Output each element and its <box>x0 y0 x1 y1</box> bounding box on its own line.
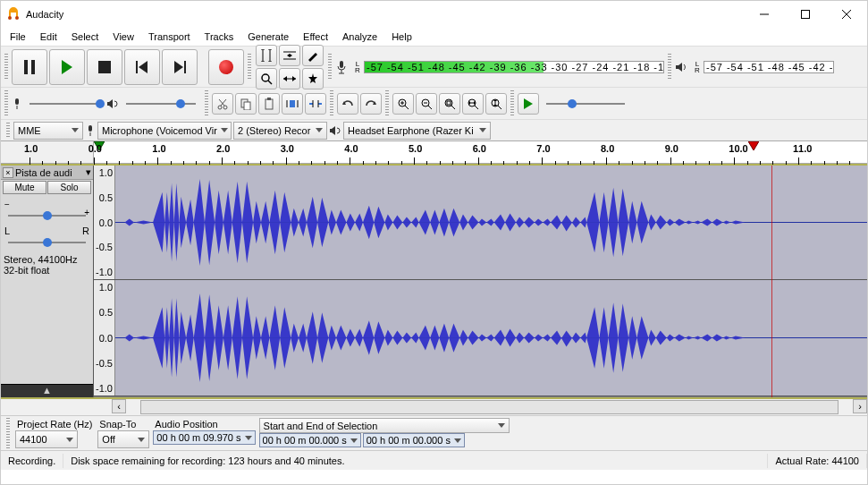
menu-generate[interactable]: Generate <box>240 30 296 44</box>
recording-device-combo[interactable]: Microphone (Voicemod Vir <box>97 122 232 140</box>
selection-end-field[interactable]: 00 h 00 m 00.000 s <box>363 433 465 447</box>
grip-icon[interactable] <box>205 90 208 117</box>
svg-point-1 <box>15 16 19 20</box>
recording-volume-slider[interactable] <box>24 98 105 110</box>
skip-end-button[interactable] <box>162 49 198 85</box>
track-close-button[interactable]: × <box>3 167 13 178</box>
undo-button[interactable] <box>337 93 358 115</box>
minimize-button[interactable] <box>744 1 785 28</box>
titlebar-left: Audacity <box>6 7 63 21</box>
redo-button[interactable] <box>360 93 382 115</box>
waveform-right-channel[interactable]: 1.0 0.5 0.0 -0.5 -1.0 <box>94 280 867 396</box>
grip-icon[interactable] <box>4 90 8 117</box>
menu-edit[interactable]: Edit <box>33 30 64 44</box>
multi-tool[interactable] <box>302 68 324 89</box>
menu-tracks[interactable]: Tracks <box>198 30 241 44</box>
trim-button[interactable] <box>282 93 303 115</box>
selection-start-field[interactable]: 00 h 00 m 00.000 s <box>259 433 361 447</box>
stop-button[interactable] <box>87 49 122 85</box>
draw-tool[interactable] <box>302 45 324 66</box>
fit-selection-button[interactable] <box>439 93 460 115</box>
svg-rect-13 <box>184 61 186 73</box>
mic-icon <box>12 98 22 110</box>
track-format-label: Stereo, 44100Hz <box>4 254 90 265</box>
titlebar: Audacity <box>1 1 867 28</box>
audio-host-combo[interactable]: MME <box>13 122 83 140</box>
menu-help[interactable]: Help <box>384 30 419 44</box>
selection-tool[interactable] <box>256 45 277 66</box>
svg-rect-6 <box>24 60 28 74</box>
menu-view[interactable]: View <box>105 30 141 44</box>
recording-channels-combo[interactable]: 2 (Stereo) Recor <box>233 122 327 140</box>
pause-button[interactable] <box>12 49 47 85</box>
menu-effect[interactable]: Effect <box>296 30 335 44</box>
svg-rect-43 <box>267 98 271 100</box>
silence-button[interactable] <box>305 93 326 115</box>
playback-meter[interactable]: LR-57 -54 -51 -48 -45 -42 -39 -36 -33 -3… <box>691 61 834 73</box>
track-name[interactable]: Pista de audi <box>15 167 84 178</box>
snap-to-combo[interactable]: Off <box>97 430 149 448</box>
playback-device-combo[interactable]: Headset Earphone (Razer Ki <box>343 122 491 140</box>
grip-icon[interactable] <box>328 54 332 81</box>
waveform-area[interactable]: 1.0 0.5 0.0 -0.5 -1.0 1.0 0.5 0.0 -0.5 -… <box>94 166 867 397</box>
mute-button[interactable]: Mute <box>3 181 46 194</box>
scroll-left-button[interactable]: ‹ <box>112 399 126 413</box>
envelope-tool[interactable] <box>279 45 300 66</box>
timeshift-tool[interactable] <box>279 68 300 89</box>
playback-speed-slider[interactable] <box>541 98 630 110</box>
grip-icon[interactable] <box>248 54 251 81</box>
svg-marker-26 <box>283 76 287 81</box>
menu-transport[interactable]: Transport <box>141 30 198 44</box>
grip-icon[interactable] <box>385 90 389 117</box>
waveform-svg <box>115 280 867 396</box>
audio-position-field[interactable]: 00 h 00 m 09.970 s <box>153 430 255 445</box>
solo-button[interactable]: Solo <box>47 181 91 194</box>
gain-slider[interactable]: −+ <box>1 195 93 225</box>
svg-line-24 <box>268 81 272 84</box>
menubar: File Edit Select View Transport Tracks G… <box>1 28 867 46</box>
selection-mode-combo[interactable]: Start and End of Selection <box>259 418 510 433</box>
svg-marker-32 <box>676 63 682 72</box>
amplitude-scale: 1.0 0.5 0.0 -0.5 -1.0 <box>94 280 115 396</box>
record-button[interactable] <box>208 49 244 85</box>
grip-icon[interactable] <box>6 123 10 139</box>
grip-icon[interactable] <box>668 54 671 81</box>
play-button[interactable] <box>49 49 85 85</box>
project-rate-combo[interactable]: 44100 <box>15 430 78 448</box>
cut-button[interactable] <box>212 93 233 115</box>
fit-project-button[interactable] <box>462 93 484 115</box>
paste-button[interactable] <box>258 93 280 115</box>
zoom-out-button[interactable] <box>416 93 437 115</box>
menu-analyze[interactable]: Analyze <box>335 30 384 44</box>
svg-marker-27 <box>292 76 296 81</box>
play-at-speed-button[interactable] <box>518 93 539 115</box>
copy-button[interactable] <box>235 93 257 115</box>
zoom-in-button[interactable] <box>392 93 414 115</box>
playback-volume-slider[interactable] <box>121 98 201 110</box>
scroll-right-button[interactable]: › <box>853 399 867 413</box>
skip-start-button[interactable] <box>124 49 160 85</box>
grip-icon[interactable] <box>6 418 10 448</box>
timeline-ruler[interactable]: 1.00.01.02.03.04.05.06.07.08.09.010.011.… <box>1 140 867 164</box>
svg-marker-73 <box>524 98 533 109</box>
pan-slider[interactable] <box>1 236 93 252</box>
amplitude-scale: 1.0 0.5 0.0 -0.5 -1.0 <box>94 166 115 279</box>
close-button[interactable] <box>826 1 867 28</box>
track-collapse-button[interactable]: ▲ <box>1 384 93 397</box>
grip-icon[interactable] <box>510 90 514 117</box>
grip-icon[interactable] <box>330 90 333 117</box>
maximize-button[interactable] <box>785 1 826 28</box>
menu-file[interactable]: File <box>3 30 33 44</box>
zoom-tool[interactable] <box>256 68 277 89</box>
svg-marker-8 <box>62 60 72 74</box>
grip-icon[interactable] <box>4 54 8 81</box>
recording-meter[interactable]: LR-57 -54 -51 -48 -45 -42 -39 -36 -33 -3… <box>351 61 664 73</box>
svg-marker-35 <box>107 99 113 108</box>
menu-select[interactable]: Select <box>64 30 106 44</box>
waveform-left-channel[interactable]: 1.0 0.5 0.0 -0.5 -1.0 <box>94 166 867 280</box>
horizontal-scrollbar[interactable]: ‹ › <box>1 399 867 415</box>
track-menu-caret[interactable]: ▾ <box>86 166 91 178</box>
pan-left-label: L <box>4 225 10 236</box>
zoom-toggle-button[interactable] <box>485 93 507 115</box>
record-head-icon[interactable] <box>748 141 759 152</box>
